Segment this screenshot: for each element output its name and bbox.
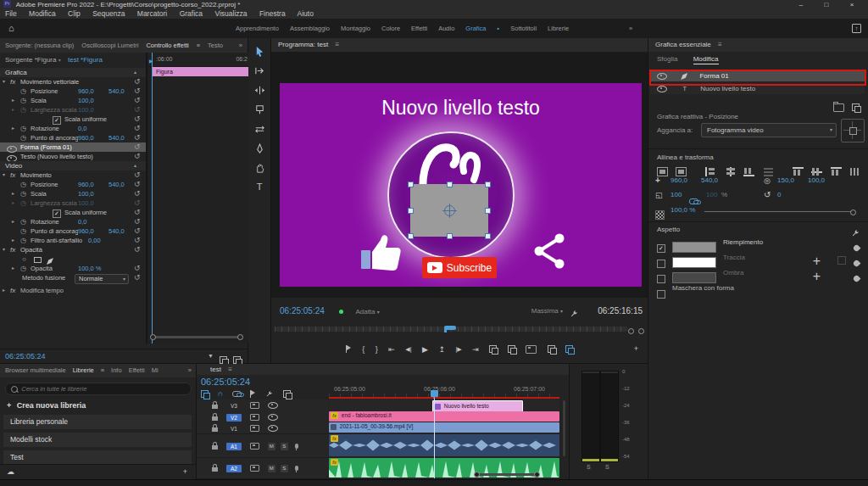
caret-down-icon[interactable]: ▾: [3, 170, 5, 180]
distribute-h-icon[interactable]: [849, 167, 860, 176]
value-y[interactable]: 540,0: [108, 180, 125, 189]
step-forward-icon[interactable]: |▶: [456, 346, 462, 352]
lock-icon[interactable]: [212, 405, 218, 409]
eg-pos-y[interactable]: 540,0: [701, 176, 718, 184]
add-stroke-icon[interactable]: +: [813, 254, 821, 269]
horizontal-scrollbar[interactable]: [476, 473, 537, 476]
track-header-v3[interactable]: V3: [197, 399, 328, 412]
export-frame-icon[interactable]: [526, 345, 537, 354]
reset-icon[interactable]: ↺: [134, 217, 141, 226]
reset-icon[interactable]: ↺: [134, 226, 141, 236]
workspace-overflow-icon[interactable]: »: [629, 19, 632, 38]
menu-visualizza[interactable]: Visualizza: [214, 9, 247, 18]
playhead-timecode[interactable]: 06:25:05:24: [5, 352, 46, 360]
library-search-box[interactable]: [5, 383, 192, 395]
distribute-v-icon[interactable]: [763, 167, 774, 176]
reset-icon[interactable]: ↺: [134, 273, 141, 282]
tab-more[interactable]: Mi: [152, 364, 159, 377]
reset-icon[interactable]: ↺: [134, 96, 141, 105]
type-tool[interactable]: T: [253, 182, 265, 193]
value[interactable]: 0,00: [88, 236, 101, 245]
reset-icon[interactable]: ↺: [134, 115, 141, 124]
opacity-slider-knob[interactable]: [850, 209, 856, 215]
filter-properties-icon[interactable]: ▼: [208, 349, 214, 363]
tab-effetti[interactable]: Effetti: [129, 364, 145, 377]
reset-icon[interactable]: ↺: [134, 208, 141, 217]
timeline-playhead-head[interactable]: [431, 390, 438, 397]
handle-e[interactable]: [485, 208, 491, 214]
effect-motion[interactable]: ▾ fx Movimento ↺: [0, 170, 146, 180]
value-y[interactable]: 540,0: [108, 226, 125, 236]
collapse-icon[interactable]: ▴: [134, 161, 136, 170]
layer-row-testo[interactable]: T Nuovo livello testo: [650, 83, 865, 94]
eg-anchor-y[interactable]: 100,0: [808, 176, 825, 184]
go-to-out-icon[interactable]: ⇥: [472, 345, 479, 354]
track-target-a1[interactable]: A1: [226, 443, 242, 450]
zoom-handle-right[interactable]: [638, 328, 644, 334]
reset-icon[interactable]: ↺: [134, 152, 141, 161]
menu-file[interactable]: File: [5, 9, 17, 18]
timeline-settings-wrench-icon[interactable]: [265, 389, 273, 398]
source-monitor-icon[interactable]: [250, 402, 259, 409]
comparison-view-icon[interactable]: [548, 345, 555, 353]
timeline-ruler[interactable]: 06:25:05:00 06:25:06:00 06:25:07:00: [329, 386, 559, 397]
selection-tool[interactable]: [253, 45, 265, 57]
clip-mp4-video[interactable]: 2021-11-05_00-39-56.mp4 [V]: [329, 422, 559, 433]
caret-right-icon[interactable]: ▸: [12, 217, 14, 226]
scroll-handle-right[interactable]: [237, 334, 243, 340]
caret-down-icon[interactable]: ▾: [3, 245, 5, 254]
voiceover-mic-icon[interactable]: [295, 444, 298, 449]
handle-se[interactable]: [485, 233, 491, 239]
tab-browser-multimediale[interactable]: Browser multimediale: [5, 364, 66, 377]
checkbox-unchecked[interactable]: [657, 290, 665, 299]
tab-oscilloscopi[interactable]: Oscilloscopi Lumetri: [81, 38, 138, 53]
timeline-playhead-line[interactable]: [434, 397, 435, 478]
button-editor-icon[interactable]: +: [634, 340, 638, 357]
workspace-colore[interactable]: Colore: [381, 19, 400, 38]
layer-testo[interactable]: Testo (Nuovo livello testo) ↺: [0, 152, 146, 161]
checkbox-checked[interactable]: ✓: [657, 244, 665, 253]
value-x[interactable]: 960,0: [78, 87, 94, 96]
sequence-tab[interactable]: test: [210, 366, 221, 373]
stroke-swatch[interactable]: [672, 257, 716, 268]
source-monitor-icon[interactable]: [250, 443, 259, 450]
workspace-modified-icon[interactable]: ▪: [498, 19, 500, 38]
scrubber-playhead[interactable]: [444, 326, 456, 330]
keyframe-lane[interactable]: ▶ :06:00 06:2 Figura: [146, 53, 249, 344]
video-frame[interactable]: Nuovo livello testo: [280, 83, 642, 287]
checkbox-unchecked[interactable]: [657, 275, 665, 283]
handle-ne[interactable]: [485, 182, 491, 187]
source-clip-label[interactable]: Sorgente *Figura: [5, 56, 56, 64]
lock-icon[interactable]: [212, 416, 218, 421]
caret-right-icon[interactable]: ▸: [12, 264, 14, 273]
tab-sorgente[interactable]: Sorgente: (nessuna clip): [5, 38, 74, 53]
value-x[interactable]: 960,0: [78, 133, 94, 142]
export-icon[interactable]: ↥: [438, 345, 445, 354]
link-scale-icon[interactable]: [689, 198, 698, 204]
clip-nuovo-livello-testo[interactable]: Nuovo livello testo: [432, 400, 523, 412]
pen-tool[interactable]: [253, 142, 265, 154]
value-y[interactable]: 540,0: [108, 133, 125, 142]
fill-swatch[interactable]: [672, 242, 716, 253]
handle-s[interactable]: [447, 233, 453, 239]
scroll-handle-left[interactable]: [150, 334, 156, 340]
value-x[interactable]: 960,0: [78, 226, 94, 236]
shadow-swatch[interactable]: [672, 272, 716, 283]
solo-button[interactable]: S: [281, 465, 288, 472]
tab-librerie[interactable]: Librerie: [73, 364, 94, 377]
source-monitor-icon[interactable]: [250, 425, 259, 432]
pin-widget[interactable]: [841, 119, 865, 142]
caret-right-icon[interactable]: ▸: [12, 236, 14, 245]
mute-button[interactable]: M: [268, 465, 275, 472]
menu-sequenza[interactable]: Sequenza: [92, 9, 125, 18]
mark-in-icon[interactable]: {: [362, 345, 364, 354]
eg-scale[interactable]: 100: [670, 191, 682, 198]
source-monitor-icon[interactable]: [250, 465, 259, 472]
stopwatch-icon[interactable]: ◷: [20, 189, 26, 198]
caret-right-icon[interactable]: ▸: [12, 124, 14, 133]
panel-menu-icon[interactable]: ≡: [335, 41, 339, 48]
solo-button[interactable]: S: [281, 443, 288, 450]
caption-track-icon[interactable]: [283, 390, 291, 398]
create-library-button[interactable]: + Crea nuova libreria: [7, 401, 86, 410]
stopwatch-icon[interactable]: ◷: [20, 133, 26, 142]
